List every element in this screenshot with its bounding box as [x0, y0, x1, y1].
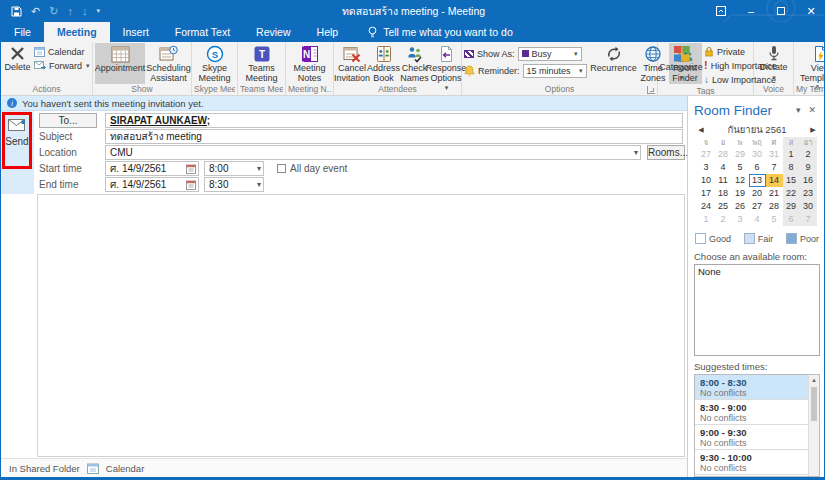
ribbon-display-options-icon[interactable] — [706, 0, 736, 22]
calendar-day[interactable]: 12 — [732, 174, 749, 187]
next-month-icon[interactable]: ▶ — [806, 126, 820, 134]
calendar-day[interactable]: 6 — [749, 161, 766, 174]
minimize-button[interactable]: – — [736, 0, 766, 22]
suggested-times-scrollbar[interactable]: ▲ — [808, 375, 819, 476]
save-icon[interactable] — [11, 6, 22, 17]
calendar-day[interactable]: 29 — [783, 200, 800, 213]
folder-name-text[interactable]: Calendar — [106, 463, 145, 474]
location-field[interactable]: CMU ▾ — [105, 145, 641, 160]
calendar-day[interactable]: 13 — [749, 174, 766, 187]
recurrence-button[interactable]: Recurrence — [590, 43, 638, 84]
calendar-day[interactable]: 29 — [732, 148, 749, 161]
room-list[interactable]: None — [694, 264, 820, 356]
calendar-day[interactable]: 4 — [715, 161, 732, 174]
subject-field[interactable]: ทดสอบสร้าง meeting — [105, 129, 683, 144]
options-dialog-launcher-icon[interactable] — [647, 86, 655, 94]
calendar-day[interactable]: 14 — [766, 174, 783, 187]
calendar-day[interactable]: 6 — [783, 213, 800, 226]
tell-me-box[interactable]: Tell me what you want to do — [357, 22, 523, 42]
to-field[interactable]: SIRAPAT AUNKAEW; — [105, 113, 683, 128]
calendar-day[interactable]: 28 — [766, 200, 783, 213]
scheduling-assistant-button[interactable]: Scheduling Assistant — [145, 43, 192, 84]
calendar-day[interactable]: 21 — [766, 187, 783, 200]
rooms-button[interactable]: Rooms... — [647, 145, 685, 160]
calendar-day[interactable]: 17 — [698, 187, 715, 200]
calendar-day[interactable]: 15 — [783, 174, 800, 187]
tab-review[interactable]: Review — [243, 22, 303, 42]
scrollbar-up-icon[interactable]: ▲ — [809, 375, 819, 386]
cancel-invitation-button[interactable]: Cancel Invitation — [336, 43, 368, 84]
calendar-day[interactable]: 3 — [698, 161, 715, 174]
location-dropdown-icon[interactable]: ▾ — [634, 146, 638, 159]
skype-meeting-button[interactable]: S Skype Meeting — [194, 43, 235, 84]
tab-format-text[interactable]: Format Text — [162, 22, 243, 42]
end-time-dropdown[interactable]: 8:30 ▾ — [204, 177, 264, 192]
forward-button[interactable]: Forward — [32, 59, 92, 72]
calendar-day[interactable]: 1 — [783, 148, 800, 161]
calendar-day[interactable]: 26 — [732, 200, 749, 213]
calendar-day[interactable]: 31 — [766, 148, 783, 161]
dictate-button[interactable]: Dictate — [756, 43, 791, 84]
reminder-dropdown[interactable]: 15 minutes — [523, 64, 587, 78]
view-templates-button[interactable]: View Templates — [796, 43, 825, 84]
end-date-field[interactable]: ศ. 14/9/2561 — [105, 177, 199, 192]
calendar-day[interactable]: 10 — [698, 174, 715, 187]
calendar-day[interactable]: 27 — [698, 148, 715, 161]
redo-icon[interactable]: ↻ — [49, 0, 58, 22]
calendar-day[interactable]: 27 — [749, 200, 766, 213]
calendar-day[interactable]: 24 — [698, 200, 715, 213]
calendar-day[interactable]: 4 — [749, 213, 766, 226]
start-date-field[interactable]: ศ. 14/9/2561 — [105, 161, 199, 176]
categorize-button[interactable]: Categorize — [660, 43, 702, 84]
calendar-day[interactable]: 23 — [800, 187, 817, 200]
address-book-button[interactable]: Address Book — [368, 43, 399, 84]
tab-help[interactable]: Help — [304, 22, 352, 42]
calendar-day[interactable]: 25 — [715, 200, 732, 213]
start-date-picker-icon[interactable] — [186, 164, 196, 174]
suggested-time-item[interactable]: 8:30 - 9:00No conflicts — [695, 400, 808, 425]
delete-button[interactable]: Delete — [3, 43, 32, 84]
show-as-dropdown[interactable]: Busy — [518, 47, 582, 61]
calendar-day[interactable]: 11 — [715, 174, 732, 187]
scrollbar-thumb[interactable] — [811, 387, 817, 421]
calendar-day[interactable]: 19 — [732, 187, 749, 200]
all-day-event-checkbox[interactable]: All day event — [277, 161, 347, 176]
calendar-day[interactable]: 7 — [800, 213, 817, 226]
start-time-caret-icon[interactable]: ▾ — [257, 162, 261, 175]
start-time-dropdown[interactable]: 8:00 ▾ — [204, 161, 264, 176]
calendar-day[interactable]: 20 — [749, 187, 766, 200]
calendar-day[interactable]: 28 — [715, 148, 732, 161]
calendar-day[interactable]: 30 — [800, 200, 817, 213]
suggested-time-item[interactable]: 9:00 - 9:30No conflicts — [695, 425, 808, 450]
prev-month-icon[interactable]: ◀ — [694, 126, 708, 134]
calendar-day[interactable]: 5 — [766, 213, 783, 226]
meeting-notes-button[interactable]: N Meeting Notes — [288, 43, 331, 84]
room-list-item[interactable]: None — [698, 266, 816, 277]
appointment-button[interactable]: Appointment — [95, 43, 145, 84]
suggested-time-item[interactable]: 10:00 - 10:30No conflicts — [695, 475, 808, 477]
calendar-day[interactable]: 5 — [732, 161, 749, 174]
end-time-caret-icon[interactable]: ▾ — [257, 178, 261, 191]
collapse-ribbon-icon[interactable]: ^ — [815, 83, 820, 93]
calendar-day[interactable]: 18 — [715, 187, 732, 200]
calendar-day[interactable]: 2 — [800, 148, 817, 161]
end-date-picker-icon[interactable] — [186, 180, 196, 190]
meeting-body-editor[interactable] — [37, 194, 685, 457]
maximize-button[interactable] — [766, 0, 796, 22]
close-button[interactable]: ✕ — [796, 0, 825, 22]
tab-file[interactable]: File — [1, 22, 44, 42]
calendar-button[interactable]: Calendar — [32, 45, 92, 58]
calendar-day[interactable]: 2 — [715, 213, 732, 226]
panel-close-icon[interactable]: ✕ — [804, 105, 820, 115]
suggested-time-item[interactable]: 9:30 - 10:00No conflicts — [695, 450, 808, 475]
calendar-day[interactable]: 1 — [698, 213, 715, 226]
customize-qat-icon[interactable]: ▾ — [96, 0, 100, 22]
undo-icon[interactable]: ↶ — [31, 0, 40, 22]
calendar-day[interactable]: 22 — [783, 187, 800, 200]
calendar-day[interactable]: 30 — [749, 148, 766, 161]
suggested-time-item[interactable]: 8:00 - 8:30No conflicts — [695, 375, 808, 400]
calendar-day[interactable]: 7 — [766, 161, 783, 174]
calendar-day[interactable]: 8 — [783, 161, 800, 174]
tab-meeting[interactable]: Meeting — [44, 22, 110, 42]
panel-options-caret-icon[interactable]: ▾ — [792, 105, 805, 115]
